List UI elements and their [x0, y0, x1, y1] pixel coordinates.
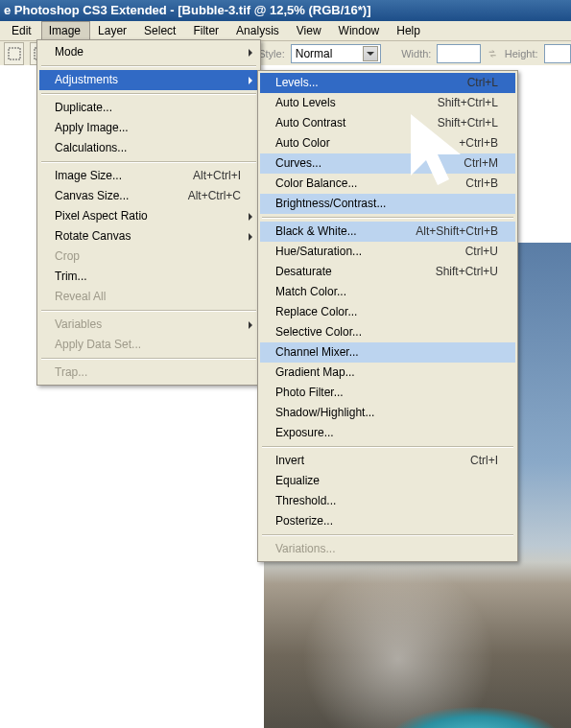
adjustments-item-curves[interactable]: Curves...Ctrl+M — [260, 153, 515, 174]
menu-bar: Edit Image Layer Select Filter Analysis … — [0, 21, 571, 41]
menu-image[interactable]: Image — [41, 21, 90, 40]
width-label: Width: — [401, 48, 431, 59]
adjustments-item-desaturate[interactable]: DesaturateShift+Ctrl+U — [260, 262, 515, 282]
adjustments-item-equalize[interactable]: Equalize — [260, 471, 515, 491]
adjustments-item-hue-saturation[interactable]: Hue/Saturation...Ctrl+U — [260, 242, 515, 262]
menu-item-label: Desaturate — [275, 265, 407, 279]
menu-edit[interactable]: Edit — [4, 21, 41, 40]
menu-item-label: Replace Color... — [275, 305, 498, 319]
menu-item-shortcut: Ctrl+L — [467, 76, 498, 90]
adjustments-item-brightness-contrast[interactable]: Brightness/Contrast... — [260, 194, 515, 214]
menu-help[interactable]: Help — [389, 21, 430, 40]
adjustments-item-match-color[interactable]: Match Color... — [260, 282, 515, 302]
menu-analysis[interactable]: Analysis — [228, 21, 289, 40]
menu-item-label: Trap... — [55, 365, 241, 380]
separator — [41, 358, 256, 360]
adjustments-item-threshold[interactable]: Threshold... — [260, 491, 515, 511]
menu-item-shortcut: Shift+Ctrl+U — [436, 265, 498, 279]
menu-window[interactable]: Window — [331, 21, 390, 40]
adjustments-item-auto-levels[interactable]: Auto LevelsShift+Ctrl+L — [260, 93, 515, 113]
adjustments-item-shadow-highlight[interactable]: Shadow/Highlight... — [260, 403, 515, 423]
menu-item-label: Shadow/Highlight... — [275, 406, 498, 420]
adjustments-item-variations: Variations... — [260, 539, 515, 559]
window-title: e Photoshop CS3 Extended - [Bubble-3.tif… — [0, 0, 571, 21]
menu-item-label: Duplicate... — [55, 101, 241, 115]
menu-item-label: Variables — [55, 317, 241, 332]
menu-item-label: Hue/Saturation... — [275, 245, 437, 259]
menu-item-shortcut: +Ctrl+B — [459, 136, 498, 151]
adjustments-menu-panel: Levels...Ctrl+LAuto LevelsShift+Ctrl+LAu… — [257, 70, 518, 562]
image-menu-item-apply-data-set: Apply Data Set... — [39, 335, 258, 355]
adjustments-item-replace-color[interactable]: Replace Color... — [260, 302, 515, 322]
menu-item-shortcut: Ctrl+U — [465, 245, 498, 259]
menu-item-label: Color Balance... — [275, 176, 437, 191]
height-label: Height: — [505, 48, 538, 59]
menu-item-label: Pixel Aspect Ratio — [55, 209, 241, 223]
style-label: Style: — [258, 48, 285, 59]
menu-layer[interactable]: Layer — [90, 21, 136, 40]
image-menu-item-adjustments[interactable]: Adjustments — [39, 70, 258, 90]
height-input[interactable] — [544, 44, 571, 63]
menu-item-shortcut: Alt+Ctrl+I — [193, 169, 241, 183]
adjustments-item-posterize[interactable]: Posterize... — [260, 511, 515, 531]
adjustments-item-photo-filter[interactable]: Photo Filter... — [260, 383, 515, 403]
image-menu-item-rotate-canvas[interactable]: Rotate Canvas — [39, 226, 258, 247]
adjustments-item-invert[interactable]: InvertCtrl+I — [260, 451, 515, 471]
menu-item-label: Mode — [55, 45, 241, 59]
separator — [41, 93, 256, 95]
adjustments-item-black-white[interactable]: Black & White...Alt+Shift+Ctrl+B — [260, 222, 515, 242]
menu-item-label: Exposure... — [275, 426, 498, 440]
image-menu-item-trim[interactable]: Trim... — [39, 267, 258, 287]
adjustments-item-auto-contrast[interactable]: Auto ContrastShift+Ctrl+L — [260, 113, 515, 133]
image-menu-item-pixel-aspect-ratio[interactable]: Pixel Aspect Ratio — [39, 206, 258, 226]
menu-item-label: Photo Filter... — [275, 386, 498, 400]
image-menu-item-apply-image[interactable]: Apply Image... — [39, 118, 258, 138]
adjustments-item-color-balance[interactable]: Color Balance...Ctrl+B — [260, 174, 515, 194]
adjustments-item-channel-mixer[interactable]: Channel Mixer... — [260, 342, 515, 363]
adjustments-item-levels[interactable]: Levels...Ctrl+L — [260, 73, 515, 93]
menu-item-label: Posterize... — [275, 514, 498, 528]
separator — [262, 217, 513, 219]
menu-select[interactable]: Select — [136, 21, 185, 40]
adjustments-item-exposure[interactable]: Exposure... — [260, 423, 515, 443]
menu-item-label: Equalize — [275, 474, 498, 488]
menu-item-label: Gradient Map... — [275, 365, 498, 380]
separator — [41, 65, 256, 67]
menu-item-label: Threshold... — [275, 494, 498, 508]
image-menu-item-trap: Trap... — [39, 363, 258, 383]
menu-item-label: Canvas Size... — [55, 189, 159, 203]
menu-item-shortcut: Ctrl+M — [464, 156, 498, 171]
menu-item-label: Curves... — [275, 156, 435, 171]
menu-item-label: Adjustments — [55, 73, 241, 87]
menu-item-label: Apply Data Set... — [55, 338, 241, 352]
style-dropdown[interactable]: Normal — [291, 44, 382, 63]
menu-item-label: Auto Color — [275, 136, 430, 151]
adjustments-item-gradient-map[interactable]: Gradient Map... — [260, 363, 515, 383]
separator — [262, 534, 513, 536]
image-menu-item-calculations[interactable]: Calculations... — [39, 138, 258, 158]
menu-item-label: Reveal All — [55, 290, 241, 304]
menu-item-label: Apply Image... — [55, 121, 241, 135]
menu-item-label: Auto Contrast — [275, 116, 409, 130]
adjustments-item-selective-color[interactable]: Selective Color... — [260, 322, 515, 342]
image-menu-item-image-size[interactable]: Image Size...Alt+Ctrl+I — [39, 166, 258, 186]
adjustments-item-auto-color[interactable]: Auto Color+Ctrl+B — [260, 133, 515, 153]
menu-item-label: Variations... — [275, 542, 498, 556]
image-menu-item-crop: Crop — [39, 247, 258, 267]
image-menu-item-duplicate[interactable]: Duplicate... — [39, 98, 258, 118]
image-menu-item-canvas-size[interactable]: Canvas Size...Alt+Ctrl+C — [39, 186, 258, 206]
style-value: Normal — [296, 47, 333, 60]
image-menu-item-reveal-all: Reveal All — [39, 287, 258, 307]
menu-item-label: Crop — [55, 249, 241, 264]
menu-filter[interactable]: Filter — [185, 21, 228, 40]
image-menu-item-mode[interactable]: Mode — [39, 42, 258, 62]
menu-item-label: Black & White... — [275, 224, 387, 239]
image-menu-item-variables: Variables — [39, 315, 258, 335]
width-input[interactable] — [437, 44, 481, 63]
menu-item-shortcut: Shift+Ctrl+L — [438, 116, 498, 130]
menu-item-label: Match Color... — [275, 285, 498, 299]
menu-item-shortcut: Shift+Ctrl+L — [438, 96, 498, 110]
marquee-tool-button[interactable] — [4, 42, 24, 65]
menu-view[interactable]: View — [289, 21, 331, 40]
chevron-down-icon — [363, 46, 378, 61]
